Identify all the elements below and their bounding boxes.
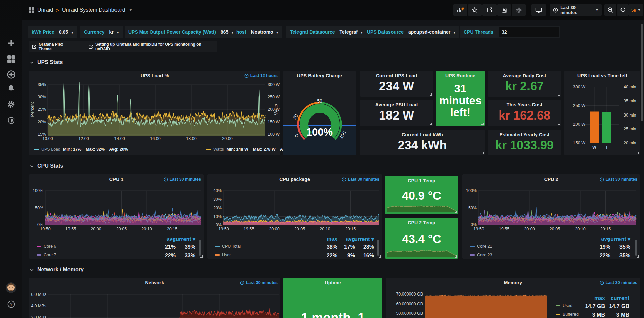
create-icon[interactable] (0, 40, 22, 47)
svg-text:20:05: 20:05 (550, 227, 560, 231)
dashboard-link[interactable]: Setting up Grafana and InfluxDB for UPS … (89, 42, 217, 51)
panel-resize-handle[interactable] (481, 123, 484, 125)
legend-column-current[interactable]: current ▾ (173, 236, 195, 242)
breadcrumb-folder[interactable]: Unraid (37, 7, 53, 13)
star-dashboard-button[interactable] (468, 4, 482, 16)
save-dashboard-button[interactable] (497, 4, 511, 16)
chevron-down-icon: ▼ (276, 31, 279, 34)
variable-ups-max-output-power-capacity-watt-[interactable]: UPS Max Output Power Capacity (Watt)865▼ (125, 26, 237, 38)
legend-row[interactable]: Used (556, 303, 572, 308)
panel-cpu-1-temp: CPU 1 Temp40.9 °C (385, 176, 458, 214)
legend-value: 22% (600, 253, 610, 259)
section-cpu-stats[interactable]: CPU Stats (30, 161, 63, 171)
add-panel-button[interactable] (453, 4, 467, 16)
user-avatar[interactable] (0, 282, 22, 293)
server-admin-shield-icon[interactable] (0, 117, 22, 124)
page-title[interactable]: Unraid System Dashboard (62, 7, 125, 13)
external-link-icon (89, 45, 93, 49)
legend-column-max[interactable]: max (594, 295, 605, 301)
dashboards-icon[interactable] (0, 55, 22, 63)
panel-title[interactable]: Average PSU Load (360, 102, 433, 107)
legend-row[interactable]: Core 6 (37, 244, 56, 249)
panel-cpu-2-temp: CPU 2 Temp43.4 °C (385, 218, 458, 259)
panel-resize-handle[interactable] (558, 152, 560, 154)
refresh-interval-picker[interactable]: 5s ▼ (629, 4, 643, 16)
help-icon[interactable]: ? (0, 300, 22, 308)
panel-title[interactable]: Average Daily Cost (488, 73, 561, 78)
svg-text:Watts: Watts (274, 104, 278, 115)
legend-column-max[interactable]: max (327, 236, 337, 242)
panel-resize-handle[interactable] (481, 152, 484, 154)
svg-text:16:00: 16:00 (150, 136, 160, 141)
panel-title[interactable]: Uptime (283, 280, 382, 285)
configuration-gear-icon[interactable] (0, 100, 22, 108)
explore-icon[interactable] (0, 70, 22, 79)
svg-text:20:10: 20:10 (141, 227, 152, 231)
page-scrollbar[interactable] (641, 24, 643, 121)
svg-text:19:55: 19:55 (244, 227, 254, 231)
legend-row[interactable]: Buffered (556, 312, 579, 317)
graph-legend[interactable]: UPS LoadMin: 17%Max: 32%Avg: 20% WattsMi… (34, 147, 303, 152)
variable-ups-datasource[interactable]: UPS Datasourceapcupsd-container▼ (363, 26, 459, 38)
svg-text:20:05: 20:05 (294, 227, 305, 231)
svg-text:100 W: 100 W (268, 132, 280, 137)
top-navigation-bar: Unraid > Unraid System Dashboard ▼ Last … (0, 0, 644, 20)
legend-value: 9% (347, 253, 355, 259)
panel-title[interactable]: Current UPS Load (360, 73, 433, 78)
legend-row[interactable]: Core 21 (470, 244, 492, 249)
svg-text:19:55: 19:55 (65, 227, 76, 231)
chevron-down-icon: ▼ (453, 31, 456, 34)
legend-row[interactable]: Core 7 (37, 253, 56, 257)
dashboard-link[interactable]: Grafana Plex Theme (32, 42, 77, 51)
panel-title[interactable]: Estimated Yearly Cost (488, 132, 561, 137)
external-link-icon (32, 45, 36, 49)
panel-resize-handle[interactable] (430, 93, 432, 96)
chevron-down-icon: ▼ (360, 31, 363, 34)
time-range-label: Last 30 minutes (560, 5, 593, 15)
gauge-value: 100% (283, 126, 356, 138)
svg-text:4.0 MBs: 4.0 MBs (31, 304, 46, 308)
panel-title[interactable]: This Years Cost (488, 102, 561, 107)
panel-resize-handle[interactable] (558, 123, 560, 125)
panel-title[interactable]: UPS Runtime (436, 73, 485, 78)
panel-resize-handle[interactable] (430, 123, 432, 125)
variable-kwh-price[interactable]: kWh Price0.65▼ (28, 26, 77, 38)
time-range-picker[interactable]: Last 30 minutes ▼ (550, 4, 602, 16)
section-network-memory[interactable]: Network / Memory (30, 265, 84, 274)
panel-current-ups-load: Current UPS Load234 W (360, 71, 433, 97)
legend-value: 35% (619, 244, 630, 250)
panel-cpu-2: CPU 2Last 30 minutes100%50%0%19:5019:552… (462, 174, 640, 259)
svg-text:10%: 10% (213, 214, 222, 219)
legend-scrollbar[interactable] (377, 240, 379, 256)
legend-column-current[interactable]: current ▾ (351, 236, 374, 242)
cycle-view-mode-button[interactable] (531, 4, 546, 16)
section-ups-stats[interactable]: UPS Stats (30, 58, 63, 67)
legend-column-current[interactable]: current (611, 295, 629, 301)
share-dashboard-button[interactable] (482, 4, 497, 16)
legend-row[interactable]: Core 23 (470, 253, 492, 257)
svg-text:20:15: 20:15 (345, 227, 356, 231)
dashboard-settings-button[interactable] (512, 4, 526, 16)
panel-title[interactable]: Current Load kWh (360, 132, 485, 137)
svg-text:60.000000 GB: 60.000000 GB (396, 302, 423, 306)
variable-currency[interactable]: Currencykr▼ (80, 26, 123, 38)
svg-text:19:50: 19:50 (473, 227, 484, 231)
variable-cpu-threads[interactable]: CPU Threads32 (460, 26, 560, 38)
svg-text:300 W: 300 W (573, 85, 585, 89)
legend-row[interactable]: CPU Total (215, 244, 241, 249)
cpu-threads-input[interactable]: 32 (499, 27, 559, 37)
variable-telegraf-datasource[interactable]: Telegraf DatasourceTelegraf▼ (286, 26, 367, 38)
chevron-down-icon[interactable]: ▼ (129, 8, 133, 12)
refresh-button[interactable] (617, 4, 629, 16)
sidebar-nav: ? (0, 0, 22, 318)
alerting-bell-icon[interactable] (0, 84, 22, 92)
zoom-out-button[interactable] (604, 4, 616, 16)
legend-row[interactable]: User (215, 253, 231, 257)
legend-column-current[interactable]: current ▾ (607, 236, 630, 242)
legend-scrollbar[interactable] (199, 240, 201, 256)
variable-host[interactable]: hostNostromo▼ (233, 26, 282, 38)
panel-resize-handle[interactable] (558, 93, 560, 96)
legend-value: 14.7 GB (585, 303, 605, 309)
legend-scrollbar[interactable] (635, 240, 637, 256)
legend-value: 22% (327, 253, 337, 259)
